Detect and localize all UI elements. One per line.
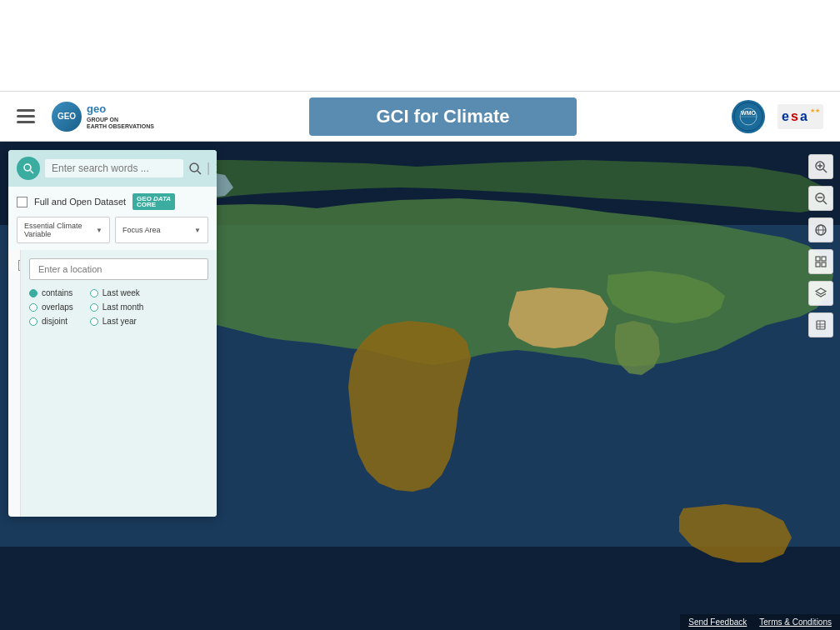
svg-line-24	[823, 201, 827, 204]
wmo-logo: WMO	[732, 100, 765, 133]
svg-point-15	[190, 163, 198, 172]
search-bar: |	[8, 150, 217, 187]
atmosphere-group-header: ATMOSPHERE	[8, 257, 21, 274]
last-month-circle	[90, 303, 98, 312]
hamburger-menu[interactable]	[17, 109, 35, 123]
svg-text:a: a	[800, 109, 808, 123]
search-circle-button[interactable]	[17, 157, 40, 180]
list-item[interactable]: Upper Air Temperature	[8, 379, 21, 408]
contains-radio[interactable]: contains	[29, 288, 73, 298]
zoom-out-icon	[814, 192, 828, 205]
globe-icon	[814, 223, 828, 237]
dropdowns-row: Essential Climate Variable ▼ Focus Area …	[17, 217, 208, 243]
grid-icon	[814, 255, 828, 268]
list-item[interactable]: Pressure	[8, 476, 21, 494]
geo-logo-abbr: GEO	[58, 112, 76, 121]
close-icon[interactable]	[215, 162, 217, 174]
ecv-label: Essential Climate Variable	[24, 222, 96, 238]
list-item[interactable]: Lightning	[8, 494, 21, 512]
last-month-label: Last month	[102, 302, 143, 312]
hamburger-line-2	[17, 115, 35, 118]
map-controls-button[interactable]	[808, 312, 833, 338]
contains-circle	[29, 289, 38, 298]
svg-text:e: e	[782, 109, 789, 123]
grid-button[interactable]	[808, 249, 833, 274]
hamburger-line-3	[17, 121, 35, 123]
location-input[interactable]	[29, 258, 208, 280]
svg-line-20	[823, 169, 827, 172]
geo-logo-text-block: geo GROUP ONEARTH OBSERVATIONS	[87, 102, 154, 131]
globe-button[interactable]	[808, 218, 833, 242]
ecv-dropdown[interactable]: Essential Climate Variable ▼	[17, 217, 110, 243]
svg-point-13	[24, 164, 31, 171]
terms-link[interactable]: Terms & Conditions	[759, 618, 832, 627]
send-feedback-link[interactable]: Send Feedback	[688, 618, 747, 627]
focus-label: Focus Area	[122, 226, 161, 234]
map-controls-icon	[814, 318, 828, 332]
overlaps-radio[interactable]: overlaps	[29, 302, 73, 312]
right-filter-panel: contains overlaps disjoint	[21, 250, 217, 517]
full-open-label: Full and Open Dataset	[34, 197, 126, 207]
disjoint-circle	[29, 318, 38, 326]
items-list: ATMOSPHERE Surface Radiation Budget Eart…	[8, 250, 21, 517]
right-toolbar	[808, 154, 833, 338]
full-open-row: Full and Open Dataset GEO DATA CORE	[17, 193, 208, 210]
last-year-radio[interactable]: Last year	[90, 317, 143, 326]
panel-body: ATMOSPHERE Surface Radiation Budget Eart…	[8, 250, 217, 517]
geo-logo: GEO geo GROUP ONEARTH OBSERVATIONS	[52, 102, 154, 132]
list-item[interactable]: Surface Radiation Budget	[8, 274, 21, 312]
title-banner: GCI for Climate	[309, 98, 576, 136]
focus-chevron: ▼	[194, 227, 201, 234]
hamburger-line-1	[17, 109, 35, 112]
filter-section: Full and Open Dataset GEO DATA CORE Esse…	[8, 187, 217, 250]
header: GEO geo GROUP ONEARTH OBSERVATIONS GCI f…	[0, 92, 840, 142]
zoom-in-icon	[814, 160, 828, 173]
header-left: GEO geo GROUP ONEARTH OBSERVATIONS	[17, 102, 154, 132]
top-white-bar	[0, 0, 840, 92]
sidebar-panel: | Full and Open Dataset GEO DATA CORE	[8, 150, 217, 517]
spatial-radio-col: contains overlaps disjoint	[29, 288, 73, 326]
focus-area-dropdown[interactable]: Focus Area ▼	[115, 217, 208, 243]
svg-rect-33	[817, 321, 825, 329]
time-radio-col: Last week Last month Last year	[90, 288, 143, 326]
svg-rect-31	[816, 262, 820, 267]
list-item[interactable]: Earth Radiation Budget	[8, 312, 21, 351]
header-right: WMO e s a ★ ★	[732, 100, 823, 133]
overlaps-circle	[29, 303, 38, 312]
geo-subtitle: GROUP ONEARTH OBSERVATIONS	[87, 117, 154, 131]
layers-icon	[814, 287, 828, 300]
geo-data-badge-italic: DATA	[153, 195, 171, 202]
last-week-circle	[90, 289, 98, 298]
overlaps-label: overlaps	[42, 302, 73, 312]
page-title: GCI for Climate	[376, 106, 509, 127]
search-icon[interactable]	[188, 162, 202, 175]
last-year-label: Last year	[102, 317, 137, 326]
search-action-icons: |	[188, 161, 217, 176]
layers-button[interactable]	[808, 281, 833, 306]
svg-rect-32	[822, 262, 826, 267]
search-small-icon	[22, 162, 34, 174]
main-content: | Full and Open Dataset GEO DATA CORE	[0, 142, 840, 630]
list-item[interactable]: Surface and UpperAir Wind Speed	[8, 408, 21, 476]
search-input[interactable]	[45, 159, 183, 178]
list-item[interactable]: Surface Temperature	[8, 351, 21, 379]
zoom-in-button[interactable]	[808, 154, 833, 179]
contains-label: contains	[42, 288, 72, 298]
disjoint-label: disjoint	[42, 317, 68, 326]
map-footer: Send Feedback Terms & Conditions	[680, 614, 840, 630]
geo-data-badge: GEO DATA CORE	[132, 193, 175, 210]
svg-text:s: s	[791, 109, 798, 123]
svg-rect-30	[822, 257, 826, 261]
svg-rect-29	[816, 257, 820, 261]
last-year-circle	[90, 318, 98, 326]
last-week-radio[interactable]: Last week	[90, 288, 143, 298]
last-month-radio[interactable]: Last month	[90, 302, 143, 312]
svg-text:★: ★	[815, 108, 820, 113]
full-open-checkbox[interactable]	[17, 197, 28, 208]
divider-bar: |	[207, 161, 210, 176]
geo-word: geo	[87, 102, 154, 117]
svg-line-16	[198, 171, 201, 174]
disjoint-radio[interactable]: disjoint	[29, 317, 73, 326]
svg-line-14	[31, 171, 34, 174]
zoom-out-button[interactable]	[808, 186, 833, 211]
